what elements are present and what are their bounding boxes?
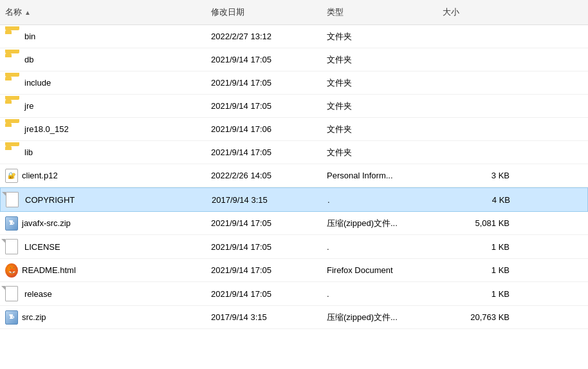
file-date-cell: 2021/9/14 17:05 [206,74,322,91]
file-date-cell: 2022/2/26 14:05 [206,167,322,184]
file-name-cell: db [0,50,206,70]
file-date: 2021/9/14 17:05 [211,218,271,228]
file-name: lib [24,147,33,157]
file-date-cell: 2021/9/14 17:05 [206,214,322,232]
file-type-cell: 文件夹 [322,120,437,139]
col-size-label: 大小 [443,6,459,18]
file-date: 2021/9/14 17:06 [211,124,271,134]
file-name: bin [24,32,35,41]
table-row[interactable]: 🔐 client.p12 2022/2/26 14:05 Personal In… [0,164,588,187]
file-type-cell: 文件夹 [322,143,437,162]
file-date-cell: 2021/9/14 17:05 [206,238,322,256]
file-name: LICENSE [24,242,60,252]
file-type: Personal Inform... [327,171,393,180]
col-header-name[interactable]: 名称 ▲ [0,3,206,22]
file-name-cell: bin [0,26,206,47]
col-header-date[interactable]: 修改日期 [206,3,322,22]
p12-icon: 🔐 [5,169,18,182]
file-type-cell: . [322,191,438,209]
sort-arrow-icon: ▲ [24,9,31,16]
file-size-cell: 1 KB [437,261,515,279]
file-type-cell: . [322,238,437,256]
col-header-size[interactable]: 大小 [437,3,515,22]
file-size-cell [437,33,515,41]
file-size: 1 KB [492,242,510,252]
zip-icon: 🗜 [5,311,18,324]
table-row[interactable]: bin 2022/2/27 13:12 文件夹 [0,25,588,48]
table-row[interactable]: release 2021/9/14 17:05 . 1 KB [0,282,588,306]
file-date-cell: 2021/9/14 17:05 [206,51,322,68]
folder-icon [5,77,21,90]
table-header: 名称 ▲ 修改日期 类型 大小 [0,0,588,25]
folder-icon [5,123,21,136]
file-size-cell: 4 KB [438,191,515,209]
file-size-cell [437,126,515,133]
col-type-label: 类型 [327,6,344,18]
col-header-type[interactable]: 类型 [322,3,437,22]
file-date: 2021/9/14 17:05 [211,265,271,275]
file-type-cell: 文件夹 [322,50,437,70]
file-icon [6,192,21,207]
table-row[interactable]: include 2021/9/14 17:05 文件夹 [0,71,588,95]
file-name: client.p12 [22,171,58,180]
file-type-cell: Personal Inform... [322,167,437,184]
file-type: 压缩(zipped)文件... [327,218,398,229]
file-size: 1 KB [492,265,510,275]
file-name: COPYRIGHT [25,195,75,205]
file-type: 文件夹 [327,147,352,158]
file-size-cell [437,56,515,64]
file-explorer: 名称 ▲ 修改日期 类型 大小 bin 2022/2/27 13:12 文件夹 [0,0,588,329]
file-size-cell: 5,081 KB [437,214,515,232]
table-row[interactable]: jre 2021/9/14 17:05 文件夹 [0,95,588,118]
file-size: 20,763 KB [470,312,510,322]
file-size-cell: 1 KB [437,238,515,256]
file-name: include [24,78,51,88]
html-icon: 🦊 [5,264,18,277]
file-date-cell: 2021/9/14 17:05 [206,261,322,279]
file-type-cell: . [322,285,437,303]
table-row[interactable]: 🗜 src.zip 2017/9/14 3:15 压缩(zipped)文件...… [0,306,588,329]
file-name-cell: lib [0,142,206,163]
file-type: 文件夹 [327,124,352,135]
file-type: . [327,289,329,299]
file-name: src.zip [22,312,46,322]
folder-icon [5,30,21,43]
file-name-cell: COPYRIGHT [1,188,207,211]
file-date: 2021/9/14 17:05 [211,289,271,299]
table-row[interactable]: 🦊 README.html 2021/9/14 17:05 Firefox Do… [0,259,588,282]
table-row[interactable]: 🗜 javafx-src.zip 2021/9/14 17:05 压缩(zipp… [0,212,588,235]
file-size: 5,081 KB [475,218,510,228]
table-row[interactable]: COPYRIGHT 2017/9/14 3:15 . 4 KB [0,187,588,212]
file-size: 1 KB [492,289,510,299]
file-name-cell: jre [0,96,206,117]
file-name-cell: include [0,73,206,93]
file-type: 文件夹 [327,54,352,66]
table-row[interactable]: jre18.0_152 2021/9/14 17:06 文件夹 [0,118,588,141]
table-row[interactable]: db 2021/9/14 17:05 文件夹 [0,48,588,71]
file-date: 2021/9/14 17:05 [211,101,271,111]
file-date-cell: 2017/9/14 3:15 [207,191,322,209]
table-row[interactable]: LICENSE 2021/9/14 17:05 . 1 KB [0,235,588,259]
file-type: 文件夹 [327,100,352,112]
file-size: 4 KB [492,195,510,205]
file-date-cell: 2021/9/14 17:05 [206,144,322,161]
file-type-cell: 压缩(zipped)文件... [322,308,437,327]
file-name-cell: release [0,282,206,305]
file-size-cell: 1 KB [437,285,515,303]
file-date: 2017/9/14 3:15 [211,312,267,322]
file-date: 2021/9/14 17:05 [211,55,271,64]
file-size-cell [437,79,515,87]
file-name-cell: 🗜 src.zip [0,307,206,328]
file-name: jre18.0_152 [24,124,69,134]
file-date-cell: 2022/2/27 13:12 [206,28,322,45]
file-date-cell: 2021/9/14 17:05 [206,97,322,115]
file-date-cell: 2021/9/14 17:05 [206,285,322,303]
file-name-cell: 🦊 README.html [0,260,206,281]
folder-icon [5,100,21,113]
file-name: release [24,289,52,299]
file-type: . [327,195,330,205]
table-row[interactable]: lib 2021/9/14 17:05 文件夹 [0,141,588,164]
file-type-cell: 文件夹 [322,73,437,93]
file-date: 2022/2/26 14:05 [211,171,271,180]
file-type: Firefox Document [327,265,393,275]
